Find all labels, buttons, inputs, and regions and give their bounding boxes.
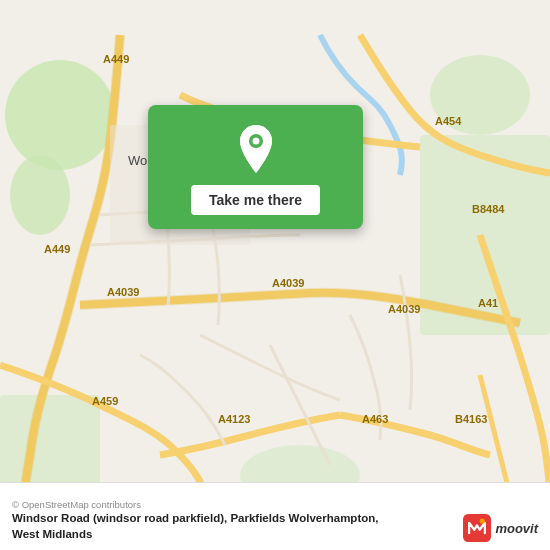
svg-rect-25 <box>463 514 491 542</box>
svg-text:A463: A463 <box>362 413 388 425</box>
svg-text:A4039: A4039 <box>272 277 304 289</box>
location-name: Windsor Road (windsor road parkfield), P… <box>12 510 382 542</box>
svg-text:A4039: A4039 <box>107 286 139 298</box>
svg-text:A449: A449 <box>103 53 129 65</box>
svg-point-26 <box>480 518 485 523</box>
map-container: A449 A434 A454 A449 A4039 A4039 A4039 A4… <box>0 0 550 550</box>
map-background: A449 A434 A454 A449 A4039 A4039 A4039 A4… <box>0 0 550 550</box>
svg-text:A449: A449 <box>44 243 70 255</box>
location-card: Take me there <box>148 105 363 229</box>
location-text-block: © OpenStreetMap contributors Windsor Roa… <box>12 495 453 542</box>
take-me-there-button[interactable]: Take me there <box>191 185 320 215</box>
svg-text:A459: A459 <box>92 395 118 407</box>
svg-point-2 <box>10 155 70 235</box>
moovit-logo: moovit <box>463 514 538 542</box>
info-bar: © OpenStreetMap contributors Windsor Roa… <box>0 482 550 550</box>
svg-text:A41: A41 <box>478 297 498 309</box>
svg-text:A454: A454 <box>435 115 462 127</box>
svg-point-1 <box>5 60 115 170</box>
moovit-icon <box>463 514 491 542</box>
copyright-text: © OpenStreetMap contributors <box>12 499 453 510</box>
moovit-brand-text: moovit <box>495 521 538 536</box>
svg-point-24 <box>252 138 259 145</box>
svg-text:A4039: A4039 <box>388 303 420 315</box>
svg-text:B4163: B4163 <box>455 413 487 425</box>
location-pin-icon <box>234 123 278 175</box>
svg-text:B8484: B8484 <box>472 203 505 215</box>
svg-text:A4123: A4123 <box>218 413 250 425</box>
